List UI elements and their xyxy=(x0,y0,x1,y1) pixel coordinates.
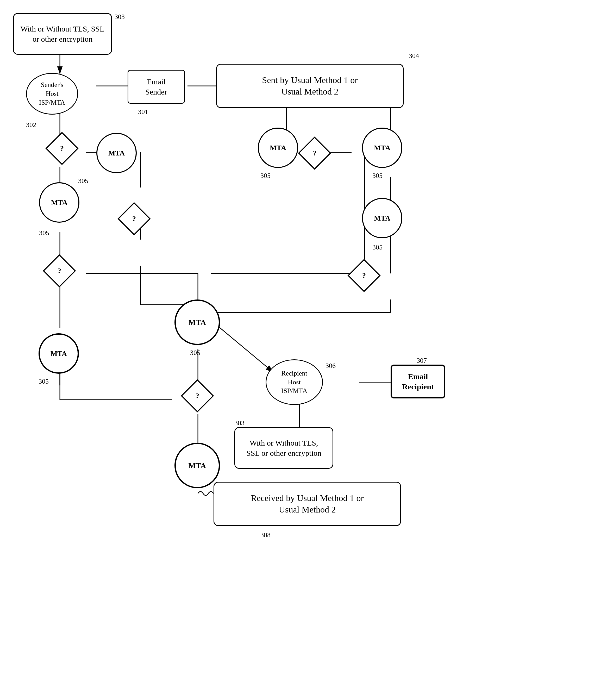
diamond-302: ? xyxy=(46,133,78,164)
ref-308: 308 xyxy=(260,531,271,539)
mta-center: MTA xyxy=(174,299,220,345)
ref-305-col1: 305 xyxy=(78,177,88,185)
ref-303-bottom: 303 xyxy=(234,419,245,427)
diamond-lower-center: ? xyxy=(182,380,213,411)
diamond-right-top: ? xyxy=(299,137,330,169)
ref-305-far-right: 305 xyxy=(372,172,382,180)
ref-304: 304 xyxy=(409,52,419,60)
ref-305-center: 305 xyxy=(260,172,271,180)
tls-box-bottom: With or Without TLS,SSL or other encrypt… xyxy=(234,427,333,469)
diagram-container: With or Without TLS, SSL or other encryp… xyxy=(0,0,607,700)
email-recipient-box: EmailRecipient xyxy=(391,365,445,399)
ref-306: 306 xyxy=(326,362,336,370)
ref-305-lower-left: 305 xyxy=(39,378,49,385)
sent-by-box: Sent by Usual Method 1 orUsual Method 2 xyxy=(216,64,404,108)
diamond-middle: ? xyxy=(119,203,150,234)
received-by-box: Received by Usual Method 1 orUsual Metho… xyxy=(213,482,401,526)
ref-303-top: 303 xyxy=(114,13,125,21)
ref-305-main: 305 xyxy=(190,349,200,357)
mta-lower-left: MTA xyxy=(39,333,79,374)
senders-host-box: Sender'sHostISP/MTA xyxy=(26,73,78,114)
mta-col1-top: MTA xyxy=(96,133,137,173)
tls-box-top: With or Without TLS, SSL or other encryp… xyxy=(13,13,112,55)
mta-bottom: MTA xyxy=(174,443,220,488)
mta-col1-bottom: MTA xyxy=(39,182,79,222)
ref-307: 307 xyxy=(417,357,427,365)
mta-top-center: MTA xyxy=(258,128,298,168)
mta-top-far-right: MTA xyxy=(362,128,402,168)
ref-305-right-lower: 305 xyxy=(372,243,382,251)
diamond-col1: ? xyxy=(44,255,75,287)
diamond-right-lower: ? xyxy=(349,260,380,291)
email-sender-box: EmailSender xyxy=(128,70,185,104)
recipient-host-box: RecipientHostISP/MTA xyxy=(266,359,323,405)
svg-line-30 xyxy=(211,320,273,373)
mta-right-lower: MTA xyxy=(362,198,402,238)
ref-305-col1b: 305 xyxy=(39,229,49,237)
ref-301: 301 xyxy=(138,108,148,116)
wavy-bottom xyxy=(182,488,234,509)
ref-302: 302 xyxy=(26,121,36,129)
